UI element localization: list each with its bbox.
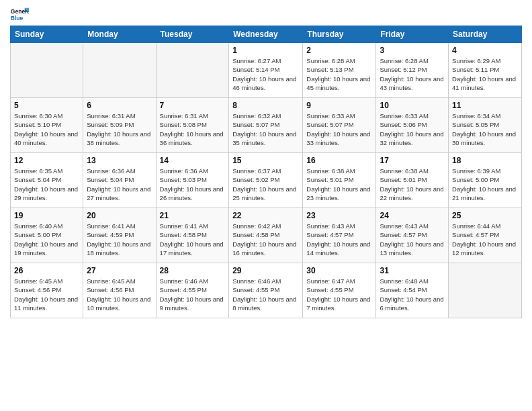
calendar-cell: 21Sunrise: 6:41 AMSunset: 4:58 PMDayligh… [156,208,229,263]
day-info: Sunrise: 6:46 AMSunset: 4:55 PMDaylight:… [160,277,226,312]
day-info: Sunrise: 6:38 AMSunset: 5:01 PMDaylight:… [306,167,372,202]
calendar-header-row: Sunday Monday Tuesday Wednesday Thursday… [11,26,522,43]
day-info: Sunrise: 6:41 AMSunset: 4:58 PMDaylight:… [160,222,226,257]
day-info: Sunrise: 6:30 AMSunset: 5:10 PMDaylight:… [14,111,79,147]
calendar-cell: 1Sunrise: 6:27 AMSunset: 5:14 PMDaylight… [229,43,303,98]
header-monday: Monday [83,26,156,43]
day-info: Sunrise: 6:36 AMSunset: 5:04 PMDaylight:… [87,167,152,202]
calendar-cell: 24Sunrise: 6:43 AMSunset: 4:57 PMDayligh… [376,208,449,263]
calendar-cell: 28Sunrise: 6:46 AMSunset: 4:55 PMDayligh… [156,263,229,318]
day-info: Sunrise: 6:28 AMSunset: 5:12 PMDaylight:… [380,56,445,92]
calendar-week-row: 5Sunrise: 6:30 AMSunset: 5:10 PMDaylight… [11,98,522,153]
calendar-cell: 23Sunrise: 6:43 AMSunset: 4:57 PMDayligh… [303,208,376,263]
day-info: Sunrise: 6:48 AMSunset: 4:54 PMDaylight:… [380,277,445,312]
day-number: 10 [380,101,445,110]
calendar-cell: 3Sunrise: 6:28 AMSunset: 5:12 PMDaylight… [376,43,449,98]
day-number: 18 [452,156,518,165]
day-number: 19 [14,211,79,220]
calendar-cell [156,43,229,98]
day-number: 14 [160,156,226,165]
calendar-cell: 6Sunrise: 6:31 AMSunset: 5:09 PMDaylight… [83,98,156,153]
calendar-cell: 31Sunrise: 6:48 AMSunset: 4:54 PMDayligh… [376,263,449,318]
day-number: 13 [87,156,152,165]
day-info: Sunrise: 6:27 AMSunset: 5:14 PMDaylight:… [232,56,299,92]
day-info: Sunrise: 6:43 AMSunset: 4:57 PMDaylight:… [380,222,445,257]
day-number: 30 [306,266,372,275]
day-number: 26 [14,266,79,275]
calendar-table: Sunday Monday Tuesday Wednesday Thursday… [10,26,522,318]
day-number: 15 [232,156,299,165]
calendar-cell: 17Sunrise: 6:38 AMSunset: 5:01 PMDayligh… [376,153,449,208]
calendar-cell: 10Sunrise: 6:33 AMSunset: 5:06 PMDayligh… [376,98,449,153]
day-number: 6 [87,101,152,110]
calendar-cell [449,263,522,318]
header-friday: Friday [376,26,449,43]
calendar-cell: 7Sunrise: 6:31 AMSunset: 5:08 PMDaylight… [156,98,229,153]
day-number: 24 [380,211,445,220]
day-info: Sunrise: 6:40 AMSunset: 5:00 PMDaylight:… [14,222,79,257]
day-number: 25 [452,211,518,220]
day-info: Sunrise: 6:38 AMSunset: 5:01 PMDaylight:… [380,167,445,202]
day-info: Sunrise: 6:44 AMSunset: 4:57 PMDaylight:… [452,222,518,257]
calendar-cell: 25Sunrise: 6:44 AMSunset: 4:57 PMDayligh… [449,208,522,263]
calendar-cell: 14Sunrise: 6:36 AMSunset: 5:03 PMDayligh… [156,153,229,208]
header: General Blue [10,7,522,21]
day-number: 9 [306,101,372,110]
day-number: 16 [306,156,372,165]
day-info: Sunrise: 6:36 AMSunset: 5:03 PMDaylight:… [160,167,226,202]
day-number: 1 [232,46,299,55]
calendar-cell: 9Sunrise: 6:33 AMSunset: 5:07 PMDaylight… [303,98,376,153]
calendar-cell: 18Sunrise: 6:39 AMSunset: 5:00 PMDayligh… [449,153,522,208]
day-number: 22 [232,211,299,220]
calendar-cell: 15Sunrise: 6:37 AMSunset: 5:02 PMDayligh… [229,153,303,208]
calendar-cell: 4Sunrise: 6:29 AMSunset: 5:11 PMDaylight… [449,43,522,98]
day-info: Sunrise: 6:33 AMSunset: 5:06 PMDaylight:… [380,111,445,147]
day-number: 27 [87,266,152,275]
day-info: Sunrise: 6:45 AMSunset: 4:56 PMDaylight:… [14,277,79,312]
calendar-week-row: 19Sunrise: 6:40 AMSunset: 5:00 PMDayligh… [11,208,522,263]
day-info: Sunrise: 6:31 AMSunset: 5:09 PMDaylight:… [87,111,152,147]
day-info: Sunrise: 6:29 AMSunset: 5:11 PMDaylight:… [452,56,518,92]
calendar-cell: 5Sunrise: 6:30 AMSunset: 5:10 PMDaylight… [11,98,83,153]
day-number: 17 [380,156,445,165]
page-container: General Blue Sunday Monday Tuesday Wedne… [0,0,532,411]
calendar-cell: 27Sunrise: 6:45 AMSunset: 4:56 PMDayligh… [83,263,156,318]
calendar-cell: 19Sunrise: 6:40 AMSunset: 5:00 PMDayligh… [11,208,83,263]
calendar-cell: 12Sunrise: 6:35 AMSunset: 5:04 PMDayligh… [11,153,83,208]
calendar-cell: 22Sunrise: 6:42 AMSunset: 4:58 PMDayligh… [229,208,303,263]
header-saturday: Saturday [449,26,522,43]
day-info: Sunrise: 6:47 AMSunset: 4:55 PMDaylight:… [306,277,372,312]
day-number: 3 [380,46,445,55]
day-number: 31 [380,266,445,275]
day-number: 7 [160,101,226,110]
header-sunday: Sunday [11,26,83,43]
calendar-week-row: 1Sunrise: 6:27 AMSunset: 5:14 PMDaylight… [11,43,522,98]
calendar-week-row: 26Sunrise: 6:45 AMSunset: 4:56 PMDayligh… [11,263,522,318]
day-info: Sunrise: 6:43 AMSunset: 4:57 PMDaylight:… [306,222,372,257]
header-wednesday: Wednesday [229,26,303,43]
day-number: 21 [160,211,226,220]
logo: General Blue [10,7,29,21]
day-info: Sunrise: 6:45 AMSunset: 4:56 PMDaylight:… [87,277,152,312]
header-thursday: Thursday [303,26,376,43]
calendar-cell: 29Sunrise: 6:46 AMSunset: 4:55 PMDayligh… [229,263,303,318]
day-info: Sunrise: 6:41 AMSunset: 4:59 PMDaylight:… [87,222,152,257]
day-number: 4 [452,46,518,55]
header-tuesday: Tuesday [156,26,229,43]
day-info: Sunrise: 6:39 AMSunset: 5:00 PMDaylight:… [452,167,518,202]
calendar-cell: 2Sunrise: 6:28 AMSunset: 5:13 PMDaylight… [303,43,376,98]
day-number: 20 [87,211,152,220]
day-info: Sunrise: 6:32 AMSunset: 5:07 PMDaylight:… [232,111,299,147]
svg-text:Blue: Blue [11,15,24,21]
calendar-cell: 26Sunrise: 6:45 AMSunset: 4:56 PMDayligh… [11,263,83,318]
day-info: Sunrise: 6:46 AMSunset: 4:55 PMDaylight:… [232,277,299,312]
day-number: 28 [160,266,226,275]
day-number: 2 [306,46,372,55]
calendar-week-row: 12Sunrise: 6:35 AMSunset: 5:04 PMDayligh… [11,153,522,208]
calendar-cell: 11Sunrise: 6:34 AMSunset: 5:05 PMDayligh… [449,98,522,153]
day-number: 8 [232,101,299,110]
day-info: Sunrise: 6:42 AMSunset: 4:58 PMDaylight:… [232,222,299,257]
day-number: 23 [306,211,372,220]
day-info: Sunrise: 6:37 AMSunset: 5:02 PMDaylight:… [232,167,299,202]
day-info: Sunrise: 6:35 AMSunset: 5:04 PMDaylight:… [14,167,79,202]
